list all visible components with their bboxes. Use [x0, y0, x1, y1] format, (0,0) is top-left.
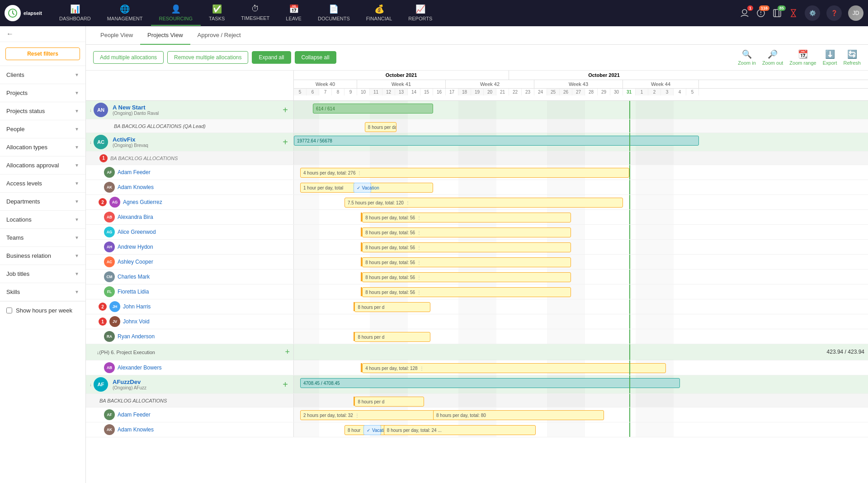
reset-filters-button[interactable]: Reset filters: [5, 47, 80, 60]
tab-projects-view[interactable]: Projects View: [140, 26, 190, 45]
app-name: elapseit: [24, 10, 42, 16]
zoom-out-icon: 🔎: [768, 49, 778, 59]
zoom-out-action[interactable]: 🔎 Zoom out: [762, 49, 783, 66]
view-tabs: People View Projects View Approve / Reje…: [86, 26, 868, 45]
nav-right-actions: 1 116 85 ⚙️ ❓ JD: [740, 5, 863, 21]
main-layout: ← Reset filters Clients ▼ Projects ▼ Pro…: [0, 26, 868, 483]
gantt-row-8: AGAlice Greenwod8 hours per day, total: …: [86, 225, 868, 240]
chevron-down-icon: ▼: [75, 90, 79, 95]
gantt-row-0: ↓ANA New Start(Ongoing) Danto Raval+614 …: [86, 101, 868, 119]
export-action[interactable]: ⬇️ Export: [823, 49, 837, 66]
chevron-down-icon: ▼: [75, 72, 79, 77]
chevron-down-icon: ▼: [75, 181, 79, 186]
gantt-row-1: BA BACKLOG ALLOCATIONS (QA Lead)8 hours …: [86, 119, 868, 133]
nav-resourcing[interactable]: 👤 RESOURCING: [151, 0, 201, 26]
notification-btn-1[interactable]: 1: [740, 8, 750, 18]
top-navigation: elapseit 📊 DASHBOARD 🌐 MANAGEMENT 👤 RESO…: [0, 0, 868, 26]
sidebar: ← Reset filters Clients ▼ Projects ▼ Pro…: [0, 26, 86, 483]
gantt-row-21: AKAdam Knowles8 hour✓Vacation8 hours per…: [86, 422, 868, 437]
settings-btn[interactable]: ⚙️: [805, 5, 820, 21]
nav-documents[interactable]: 📄 DOCUMENTS: [310, 0, 358, 26]
nav-dashboard[interactable]: 📊 DASHBOARD: [51, 0, 99, 26]
gantt-chart[interactable]: October 2021October 2021Week 40Week 41We…: [86, 71, 868, 483]
sidebar-item-job-titles[interactable]: Job titles ▼: [0, 265, 85, 283]
logo-icon: [5, 5, 21, 21]
gantt-row-19: BA BACKLOG ALLOCATIONS8 hours per d: [86, 394, 868, 407]
calendar-zoom-icon: 📆: [798, 49, 808, 59]
nav-items: 📊 DASHBOARD 🌐 MANAGEMENT 👤 RESOURCING ✅ …: [51, 0, 740, 26]
gantt-row-3: 1BA BACKLOG ALLOCATIONS: [86, 152, 868, 165]
chevron-down-icon: ▼: [75, 253, 79, 258]
chevron-down-icon: ▼: [75, 271, 79, 276]
chevron-down-icon: ▼: [75, 199, 79, 204]
help-btn[interactable]: ❓: [826, 5, 842, 21]
nav-management[interactable]: 🌐 MANAGEMENT: [99, 0, 151, 26]
hours-per-week-input[interactable]: [6, 308, 12, 313]
zoom-range-action[interactable]: 📆 Zoom range: [789, 49, 816, 66]
sidebar-back-arrow[interactable]: ←: [0, 26, 85, 42]
content-area: People View Projects View Approve / Reje…: [86, 26, 868, 483]
notification-btn-3[interactable]: 85: [772, 8, 782, 18]
user-avatar[interactable]: JD: [848, 5, 863, 21]
chevron-down-icon: ▼: [75, 145, 79, 150]
gantt-row-13: 2JHJohn Harris8 hours per d: [86, 299, 868, 314]
gantt-row-16: ↓(PH) 6. Project Execution+423.94 / 423.…: [86, 344, 868, 360]
chevron-down-icon: ▼: [75, 235, 79, 240]
gantt-row-18: ↓AFAFuzzDev(Ongoing) AFuzz+4708.45 / 470…: [86, 375, 868, 394]
sidebar-item-departments[interactable]: Departments ▼: [0, 193, 85, 211]
gantt-row-10: ACAshley Cooper8 hours per day, total: 5…: [86, 255, 868, 270]
sidebar-item-clients[interactable]: Clients ▼: [0, 66, 85, 84]
gantt-row-11: CMCharles Mark8 hours per day, total: 56…: [86, 270, 868, 284]
svg-point-1: [742, 9, 747, 14]
remove-multiple-allocations-button[interactable]: Remove multiple allocations: [167, 51, 248, 64]
toolbar-right: 🔍 Zoom in 🔎 Zoom out 📆 Zoom range ⬇️ Exp…: [738, 49, 861, 66]
sidebar-item-people[interactable]: People ▼: [0, 120, 85, 138]
toolbar-left: Add multiple allocations Remove multiple…: [93, 51, 336, 64]
gantt-row-14: 1JVJohnx Void: [86, 314, 868, 329]
collapse-all-button[interactable]: Collapse all: [295, 51, 336, 64]
nav-timesheet[interactable]: ⏱ TIMESHEET: [233, 0, 278, 26]
nav-financial[interactable]: 💰 FINANCIAL: [358, 0, 400, 26]
show-hours-per-week-checkbox[interactable]: Show hours per week: [0, 301, 85, 319]
chevron-down-icon: ▼: [75, 289, 79, 294]
sidebar-item-allocation-types[interactable]: Allocation types ▼: [0, 138, 85, 156]
gantt-row-12: FLFioretta Lidia8 hours per day, total: …: [86, 284, 868, 299]
sidebar-item-allocations-approval[interactable]: Allocations approval ▼: [0, 156, 85, 175]
sidebar-item-skills[interactable]: Skills ▼: [0, 283, 85, 301]
nav-reports[interactable]: 📈 REPORTS: [400, 0, 440, 26]
sidebar-item-projects[interactable]: Projects ▼: [0, 84, 85, 102]
app-logo[interactable]: elapseit: [5, 5, 42, 21]
refresh-action[interactable]: 🔄 Refresh: [843, 49, 861, 66]
gantt-header: October 2021October 2021Week 40Week 41We…: [86, 71, 868, 101]
chevron-down-icon: ▼: [75, 127, 79, 132]
nav-leave[interactable]: 📅 LEAVE: [278, 0, 310, 26]
zoom-in-action[interactable]: 🔍 Zoom in: [738, 49, 756, 66]
sidebar-item-projects-status[interactable]: Projects status ▼: [0, 102, 85, 120]
tab-people-view[interactable]: People View: [93, 26, 140, 45]
gantt-row-2: ↓ACActivFix(Ongoing) Brevaq+19772.64 / 5…: [86, 133, 868, 152]
gantt-row-5: AKAdam Knowles1 hour per day, total✓Vaca…: [86, 180, 868, 195]
nav-tasks[interactable]: ✅ TASKS: [201, 0, 233, 26]
gantt-row-6: 2AGAgnes Gutierrez7.5 hours per day, tot…: [86, 195, 868, 210]
sidebar-item-locations[interactable]: Locations ▼: [0, 211, 85, 229]
sidebar-item-business-relation[interactable]: Business relation ▼: [0, 247, 85, 265]
sidebar-item-access-levels[interactable]: Access levels ▼: [0, 175, 85, 193]
refresh-icon: 🔄: [847, 49, 857, 59]
expand-all-button[interactable]: Expand all: [252, 51, 291, 64]
gantt-row-9: AHAndrew Hydon8 hours per day, total: 56…: [86, 240, 868, 255]
gantt-row-15: RARyan Anderson8 hours per d: [86, 329, 868, 344]
chevron-down-icon: ▼: [75, 217, 79, 222]
tab-approve-reject[interactable]: Approve / Reject: [190, 26, 248, 45]
notification-btn-2[interactable]: 116: [756, 8, 766, 18]
chevron-down-icon: ▼: [75, 163, 79, 168]
svg-point-4: [760, 14, 761, 15]
chevron-down-icon: ▼: [75, 109, 79, 114]
zoom-in-icon: 🔍: [742, 49, 752, 59]
add-multiple-allocations-button[interactable]: Add multiple allocations: [93, 51, 164, 64]
hourglass-btn[interactable]: [788, 8, 798, 18]
gantt-row-17: ABAlexander Bowers4 hours per day, total…: [86, 360, 868, 375]
sidebar-item-teams[interactable]: Teams ▼: [0, 229, 85, 247]
sidebar-reset-section: Reset filters: [0, 42, 85, 66]
gantt-row-7: ABAlexandra Bira8 hours per day, total: …: [86, 210, 868, 225]
export-icon: ⬇️: [825, 49, 835, 59]
